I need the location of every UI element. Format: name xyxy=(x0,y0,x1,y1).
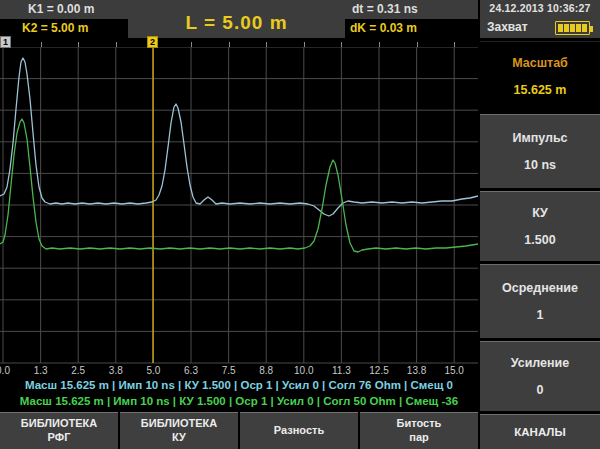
datetime-display: 24.12.2013 10:36:27 xyxy=(480,2,600,14)
battery-segment xyxy=(582,24,587,32)
x-tick-label: 6.3 xyxy=(178,365,204,376)
battery-segment xyxy=(576,24,581,32)
channel2-status-line: Масш 15.625 m | Имп 10 ns | КУ 1.500 | О… xyxy=(0,395,478,410)
scale-label: Масштаб xyxy=(512,56,568,70)
trace-canvas xyxy=(0,47,478,365)
marker-2-handle[interactable]: 2 xyxy=(147,36,158,48)
gain-label: Усиление xyxy=(511,356,570,370)
channel-1-blue-trace xyxy=(0,58,478,216)
pulse-label: Импульс xyxy=(512,131,567,145)
marker1-readout: K1 = 0.00 m xyxy=(28,2,94,16)
x-tick-label: 1.3 xyxy=(28,365,54,376)
length-readout: L = 5.00 m xyxy=(128,8,345,38)
waveform-plot[interactable]: 1 2 xyxy=(0,38,478,365)
gain-value: 0 xyxy=(537,383,544,397)
top-tick-strip xyxy=(0,38,478,47)
x-tick-label: 2.5 xyxy=(65,365,91,376)
x-tick-label: 3.8 xyxy=(103,365,129,376)
battery-nub xyxy=(590,26,593,32)
averaging-panel[interactable]: Осреднение 1 xyxy=(480,264,600,338)
x-tick-label: 15.0 xyxy=(441,365,467,376)
pair-split-button[interactable]: Битость пар xyxy=(360,412,478,449)
channels-button[interactable]: КАНАЛЫ xyxy=(480,414,600,449)
scale-panel[interactable]: Масштаб 15.625 m xyxy=(480,41,600,111)
x-tick-label: 8.8 xyxy=(253,365,279,376)
softkey-row: БИБЛИОТЕКА РФГ БИБЛИОТЕКА КУ Разность Би… xyxy=(0,412,478,449)
averaging-label: Осреднение xyxy=(502,281,578,295)
channel1-status-line: Масш 15.625 m | Имп 10 ns | КУ 1.500 | О… xyxy=(0,379,478,394)
x-tick-label: 10.0 xyxy=(291,365,317,376)
battery-segment xyxy=(564,24,569,32)
marker-1-handle[interactable]: 1 xyxy=(0,36,11,48)
reflectometer-screen: K1 = 0.00 m dt = 0.31 ns K2 = 5.00 m dK … xyxy=(0,0,600,449)
scale-value: 15.625 m xyxy=(514,83,567,97)
library-ku-button[interactable]: БИБЛИОТЕКА КУ xyxy=(120,412,238,449)
x-tick-label: 12.5 xyxy=(366,365,392,376)
ku-panel[interactable]: КУ 1.500 xyxy=(480,191,600,261)
x-tick-label: 5.0 xyxy=(140,365,166,376)
pulse-panel[interactable]: Импульс 10 ns xyxy=(480,114,600,188)
pulse-value: 10 ns xyxy=(524,158,556,172)
x-tick-label: 13.8 xyxy=(404,365,430,376)
battery-icon xyxy=(555,21,590,35)
x-tick-label: 0.0 xyxy=(0,365,16,376)
battery-segment xyxy=(558,24,563,32)
capture-mode-label: Захват xyxy=(487,20,528,34)
difference-button[interactable]: Разность xyxy=(240,412,358,449)
dk-readout: dK = 0.03 m xyxy=(350,21,417,35)
sidebar: 24.12.2013 10:36:27 Захват Масштаб 15.62… xyxy=(478,0,600,449)
averaging-value: 1 xyxy=(537,308,544,322)
gain-panel[interactable]: Усиление 0 xyxy=(480,341,600,411)
sidebar-info-box: 24.12.2013 10:36:27 Захват xyxy=(480,0,600,38)
x-tick-label: 11.3 xyxy=(328,365,354,376)
ku-label: КУ xyxy=(532,206,548,220)
x-tick-label: 7.5 xyxy=(216,365,242,376)
marker2-readout: K2 = 5.00 m xyxy=(22,21,88,35)
dt-readout: dt = 0.31 ns xyxy=(352,2,418,16)
ku-value: 1.500 xyxy=(524,233,555,247)
battery-segment xyxy=(570,24,575,32)
channel-2-green-trace xyxy=(0,119,478,252)
x-axis-labels: 0.01.32.53.85.06.37.58.810.011.312.513.8… xyxy=(0,365,478,378)
library-rfg-button[interactable]: БИБЛИОТЕКА РФГ xyxy=(0,412,118,449)
